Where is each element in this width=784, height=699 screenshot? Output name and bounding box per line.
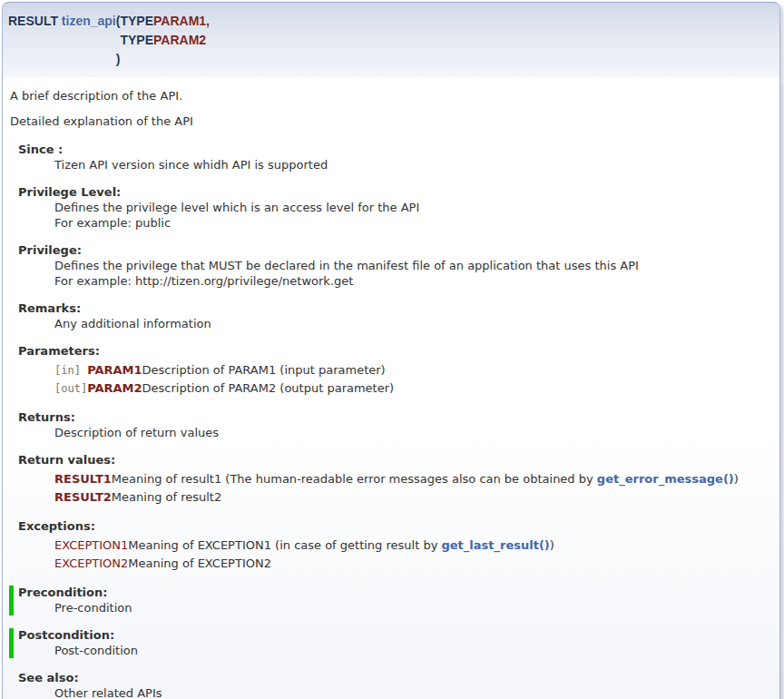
signature-row-2: TYPE PARAM2 [8, 31, 210, 50]
section-privilege-label: Privilege: [18, 243, 770, 258]
function-signature-header: RESULT tizen_api ( TYPE PARAM1, TYPE PAR… [2, 2, 780, 77]
exception-row: EXCEPTION2 Meaning of EXCEPTION2 [54, 555, 554, 573]
return-values-table: RESULT1 Meaning of result1 (The human-re… [54, 470, 739, 507]
return-value-name: RESULT2 [54, 488, 112, 507]
exception-name: EXCEPTION1 [54, 537, 128, 555]
exception-desc-text: ) [550, 538, 554, 552]
section-privilege-line2: For example: http://tizen.org/privilege/… [54, 274, 770, 289]
api-member-card: RESULT tizen_api ( TYPE PARAM1, TYPE PAR… [2, 2, 780, 699]
return-value-name: RESULT1 [54, 470, 112, 488]
brief-description: A brief description of the API. [10, 89, 770, 103]
return-value-desc-text: Meaning of result1 (The human-readable e… [112, 472, 597, 486]
member-documentation: A brief description of the API. Detailed… [2, 77, 780, 699]
exception-description: Meaning of EXCEPTION1 (in case of gettin… [128, 537, 554, 555]
param-name: PARAM1 [87, 361, 142, 379]
section-privilege-line1: Defines the privilege that MUST be decla… [54, 259, 770, 273]
section-privilege-level-label: Privilege Level: [18, 185, 770, 200]
section-exceptions-label: Exceptions: [18, 519, 770, 534]
signature-name-cell: RESULT tizen_api [8, 12, 116, 31]
get-error-message-link[interactable]: get_error_message() [597, 472, 734, 486]
section-privilege-level-line1: Defines the privilege level which is an … [54, 201, 770, 215]
return-value-row: RESULT2 Meaning of result2 [54, 488, 739, 507]
section-see-also: See also: Other related APIs [8, 671, 770, 699]
param-type: TYPE [120, 31, 153, 50]
param-name: PARAM2 [87, 379, 142, 398]
return-value-row: RESULT1 Meaning of result1 (The human-re… [54, 470, 739, 488]
section-see-also-body: Other related APIs [54, 686, 770, 699]
return-value-desc-text: ) [734, 472, 739, 486]
signature-table: RESULT tizen_api ( TYPE PARAM1, TYPE PAR… [8, 12, 210, 69]
section-returns-label: Returns: [18, 410, 770, 425]
section-privilege-level: Privilege Level: Defines the privilege l… [8, 185, 770, 231]
section-privilege-level-line2: For example: public [54, 216, 770, 231]
section-since-label: Since : [18, 143, 770, 157]
section-parameters-label: Parameters: [18, 344, 770, 359]
section-see-also-label: See also: [18, 671, 770, 685]
section-exceptions: Exceptions: EXCEPTION1 Meaning of EXCEPT… [8, 519, 770, 573]
param-type: TYPE [120, 12, 153, 31]
param-name: PARAM2 [153, 31, 210, 50]
get-last-result-link[interactable]: get_last_result() [441, 538, 549, 552]
section-since-body: Tizen API version since whidh API is sup… [54, 158, 770, 172]
section-return-values: Return values: RESULT1 Meaning of result… [8, 453, 770, 507]
function-name-link[interactable]: tizen_api [62, 14, 116, 28]
parameter-row: [out] PARAM2 Description of PARAM2 (outp… [54, 379, 394, 398]
section-precondition-label: Precondition: [18, 586, 770, 600]
exception-desc-text: Meaning of EXCEPTION1 (in case of gettin… [128, 538, 441, 552]
return-values-table-wrap: RESULT1 Meaning of result1 (The human-re… [54, 470, 770, 507]
section-precondition-body: Pre-condition [54, 601, 770, 615]
param-description: Description of PARAM1 (input parameter) [142, 361, 395, 379]
param-direction: [out] [54, 379, 87, 398]
param-direction: [in] [54, 361, 87, 379]
detailed-description: Detailed explanation of the API [10, 114, 770, 129]
signature-row-1: RESULT tizen_api ( TYPE PARAM1, [8, 12, 210, 31]
close-paren: ) [116, 50, 121, 69]
section-remarks-body: Any additional information [54, 317, 770, 331]
parameter-row: [in] PARAM1 Description of PARAM1 (input… [54, 361, 394, 379]
section-return-values-label: Return values: [18, 453, 770, 468]
param-description: Description of PARAM2 (output parameter) [142, 379, 395, 398]
exception-name: EXCEPTION2 [54, 555, 128, 573]
exception-description: Meaning of EXCEPTION2 [128, 555, 554, 573]
section-privilege: Privilege: Defines the privilege that MU… [8, 243, 770, 289]
section-returns: Returns: Description of return values [8, 410, 770, 440]
exceptions-table-wrap: EXCEPTION1 Meaning of EXCEPTION1 (in cas… [54, 537, 770, 573]
section-returns-body: Description of return values [54, 426, 770, 440]
section-precondition: Precondition: Pre-condition [9, 586, 770, 615]
return-value-description: Meaning of result2 [112, 488, 739, 507]
return-value-description: Meaning of result1 (The human-readable e… [112, 470, 739, 488]
section-postcondition-label: Postcondition: [18, 628, 770, 643]
signature-row-3: ) [8, 50, 210, 69]
exceptions-table: EXCEPTION1 Meaning of EXCEPTION1 (in cas… [54, 537, 554, 573]
section-postcondition-body: Post-condition [54, 644, 770, 658]
parameters-table-wrap: [in] PARAM1 Description of PARAM1 (input… [54, 361, 770, 398]
exception-row: EXCEPTION1 Meaning of EXCEPTION1 (in cas… [54, 537, 554, 555]
param-name: PARAM1, [153, 12, 210, 31]
section-remarks: Remarks: Any additional information [8, 301, 770, 331]
section-postcondition: Postcondition: Post-condition [9, 628, 770, 658]
section-since: Since : Tizen API version since whidh AP… [8, 143, 770, 172]
parameters-table: [in] PARAM1 Description of PARAM1 (input… [54, 361, 394, 398]
section-parameters: Parameters: [in] PARAM1 Description of P… [8, 344, 770, 398]
return-type: RESULT [8, 14, 58, 28]
section-remarks-label: Remarks: [18, 301, 770, 316]
